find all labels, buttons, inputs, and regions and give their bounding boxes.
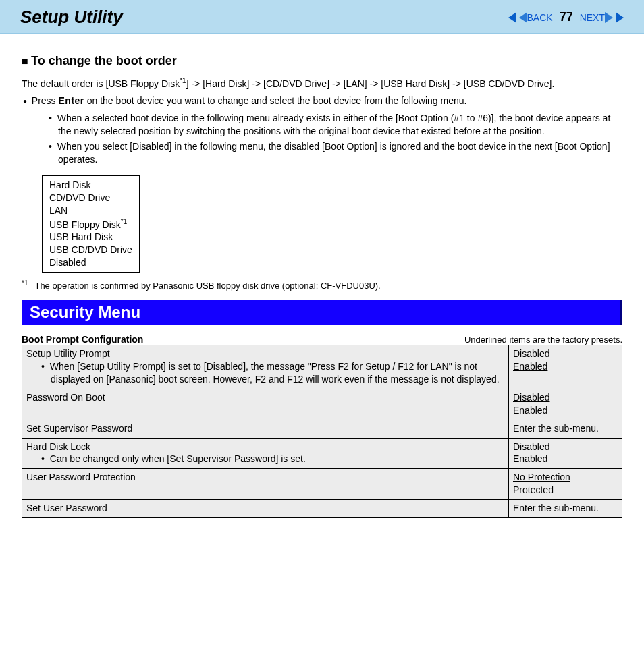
setting-label: Set Supervisor Password <box>22 420 509 438</box>
default-order-text: The default order is [USB Floppy Disk*1]… <box>22 76 622 90</box>
menu-item: Disabled <box>49 256 132 269</box>
boot-sub-note-1: When a selected boot device in the follo… <box>49 112 622 138</box>
setting-value: Enabled <box>513 404 618 417</box>
next-label: NEXT <box>580 12 605 23</box>
back-link[interactable]: BACK <box>508 12 553 23</box>
arrow-left-icon <box>519 12 527 23</box>
boot-menu-box: Hard Disk CD/DVD Drive LAN USB Floppy Di… <box>42 175 140 273</box>
page-number: 77 <box>560 10 573 24</box>
setting-label: Password On Boot <box>22 389 509 420</box>
setting-value: Enter the sub-menu. <box>509 500 622 518</box>
back-label: BACK <box>527 12 553 23</box>
content-area: To change the boot order The default ord… <box>0 34 644 532</box>
table-row: Set Supervisor Password Enter the sub-me… <box>22 420 622 438</box>
setting-value-default: No Protection <box>513 471 618 484</box>
setting-value: Enter the sub-menu. <box>509 420 622 438</box>
setting-label: User Password Protection <box>22 469 509 500</box>
setting-value: Enabled <box>513 453 618 466</box>
table-row: Set User Password Enter the sub-menu. <box>22 500 622 518</box>
setting-value-default: Enabled <box>513 360 618 373</box>
security-menu-header: Security Menu <box>22 300 622 325</box>
page-title: Setup Utility <box>20 7 123 28</box>
setting-label: Hard Disk Lock <box>26 441 504 453</box>
menu-item: LAN <box>49 204 132 217</box>
setting-value: Disabled <box>513 347 618 360</box>
setting-value: Protected <box>513 484 618 497</box>
press-enter-instruction: Press Enter on the boot device you want … <box>35 94 622 107</box>
arrow-right-icon <box>616 12 624 23</box>
table-row: User Password Protection No Protection P… <box>22 469 622 500</box>
menu-item: USB CD/DVD Drive <box>49 244 132 256</box>
table-row: Hard Disk Lock Can be changed only when … <box>22 438 622 469</box>
menu-item: USB Floppy Disk*1 <box>49 217 132 231</box>
boot-heading: To change the boot order <box>22 54 622 68</box>
menu-item: CD/DVD Drive <box>49 192 132 204</box>
enter-key: Enter <box>59 95 84 106</box>
setting-value-default: Disabled <box>513 441 618 453</box>
menu-item: Hard Disk <box>49 179 132 192</box>
boot-sub-note-2: When you select [Disabled] in the follow… <box>49 140 622 166</box>
setting-label: Setup Utility Prompt <box>26 347 504 360</box>
table-row: Setup Utility Prompt When [Setup Utility… <box>22 345 622 389</box>
preset-note: Underlined items are the factory presets… <box>464 335 622 345</box>
menu-item: USB Hard Disk <box>49 231 132 244</box>
setting-note: When [Setup Utility Prompt] is set to [D… <box>41 360 504 386</box>
setting-value-default: Disabled <box>513 391 618 404</box>
arrow-right-icon <box>605 12 613 23</box>
footnote: *1The operation is confirmed by Panasoni… <box>22 279 622 291</box>
next-link[interactable]: NEXT <box>580 12 624 23</box>
settings-table: Setup Utility Prompt When [Setup Utility… <box>22 345 622 518</box>
config-heading: Boot Prompt Configuration <box>22 334 143 345</box>
table-row: Password On Boot Disabled Enabled <box>22 389 622 420</box>
arrow-left-icon <box>508 12 516 23</box>
page-header: Setup Utility BACK 77 NEXT <box>0 0 644 34</box>
setting-note: Can be changed only when [Set Supervisor… <box>41 453 504 466</box>
setting-label: Set User Password <box>22 500 509 518</box>
page-nav: BACK 77 NEXT <box>508 10 624 24</box>
